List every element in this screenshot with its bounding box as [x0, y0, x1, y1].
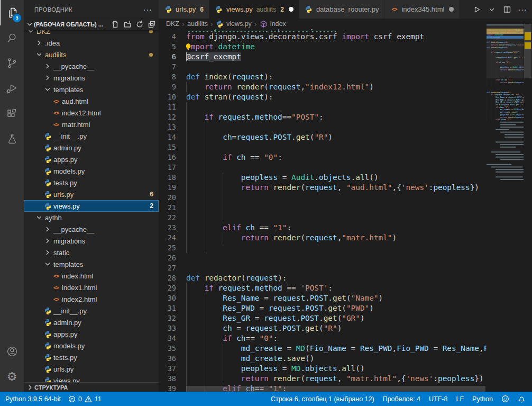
- extensions-icon[interactable]: [0, 102, 24, 127]
- tree-item-audiiits[interactable]: audiiits: [24, 49, 159, 60]
- code-line-21[interactable]: 21: [159, 203, 487, 213]
- code-line-36[interactable]: 36 md_create.save(): [159, 354, 487, 364]
- code-line-20[interactable]: 20: [159, 193, 487, 203]
- run-button-icon[interactable]: [471, 4, 482, 15]
- tree-item-models.py[interactable]: models.py: [24, 165, 159, 177]
- tree-item-index1.html[interactable]: <>index1.html: [24, 282, 159, 293]
- code-line-14[interactable]: 14 ch=request.POST.get("R"): [159, 132, 487, 142]
- tree-item-admin.py[interactable]: admin.py: [24, 317, 159, 328]
- tree-item-index.html[interactable]: <>index.html: [24, 270, 159, 282]
- code-line-31[interactable]: 31 Res_PWD = request.POST.get("PWD"): [159, 303, 487, 313]
- code-line-33[interactable]: 33 ch = request.POST.get("R"): [159, 323, 487, 333]
- tree-item-models.py[interactable]: models.py: [24, 340, 159, 351]
- code-line-6[interactable]: 6@csrf_exempt: [159, 52, 487, 62]
- tree-item-admin.py[interactable]: admin.py: [24, 142, 159, 154]
- tab-index345.html[interactable]: <>index345.html: [384, 0, 460, 19]
- minimap[interactable]: from aythh.models import MD,Auditfrom dj…: [487, 24, 524, 392]
- settings-gear-icon[interactable]: ⚙: [0, 364, 24, 390]
- code-line-11[interactable]: 11: [159, 102, 487, 112]
- code-line-28[interactable]: 28def redactor(request):: [159, 273, 487, 283]
- account-icon[interactable]: [0, 339, 24, 364]
- code-line-34[interactable]: 34 if ch== "0":: [159, 333, 487, 344]
- new-folder-icon[interactable]: [123, 20, 132, 29]
- tree-item-migrations[interactable]: migrations: [24, 72, 159, 84]
- cursor-position-item[interactable]: Строка 6, столбец 1 (выбрано 12): [271, 395, 374, 403]
- tree-item-__pycache__[interactable]: __pycache__: [24, 223, 159, 235]
- python-interpreter-item[interactable]: Python 3.9.5 64-bit: [5, 395, 61, 403]
- search-icon[interactable]: [0, 25, 24, 51]
- indentation-item[interactable]: Пробелов: 4: [383, 395, 420, 403]
- code-line-4[interactable]: 4from django.views.decorators.csrf impor…: [159, 32, 487, 42]
- tree-item-urls.py[interactable]: urls.py: [24, 363, 159, 375]
- tree-item-index2.html[interactable]: <>index2.html: [24, 293, 159, 305]
- breadcrumb-item-DKZ[interactable]: DKZ: [166, 20, 179, 28]
- tree-item-__init__.py[interactable]: __init__.py: [24, 130, 159, 142]
- tab-views.py[interactable]: views.pyaudiiits2: [209, 0, 299, 19]
- workspace-section-header[interactable]: (РАБОЧАЯ ОБЛАСТЬ) ...: [24, 19, 159, 30]
- horizontal-scrollbar[interactable]: [186, 386, 485, 392]
- code-editor[interactable]: 3from aythh.models import MD,Audit4from …: [159, 29, 487, 392]
- tree-item-migrations[interactable]: migrations: [24, 235, 159, 247]
- code-line-24[interactable]: 24 return render(request,"matr.html"): [159, 233, 487, 243]
- tree-item-__pycache__[interactable]: __pycache__: [24, 60, 159, 72]
- code-line-8[interactable]: 8def index(request):: [159, 72, 487, 82]
- code-line-25[interactable]: 25: [159, 243, 487, 253]
- refresh-icon[interactable]: [135, 20, 144, 29]
- code-line-10[interactable]: 10def stran(request):: [159, 92, 487, 102]
- eol-item[interactable]: LF: [456, 395, 464, 403]
- tree-item-templates[interactable]: templates: [24, 84, 159, 95]
- code-line-38[interactable]: 38 return render(request, "matr.html",{'…: [159, 374, 487, 384]
- encoding-item[interactable]: UTF-8: [429, 395, 447, 403]
- tree-item-views.py[interactable]: views.py2: [24, 200, 159, 212]
- explorer-icon[interactable]: 3: [0, 0, 24, 25]
- tree-item-urls.py[interactable]: urls.py6: [24, 188, 159, 200]
- tree-item-tests.py[interactable]: tests.py: [24, 177, 159, 188]
- testing-icon[interactable]: [0, 127, 24, 152]
- run-dropdown-icon[interactable]: [487, 4, 497, 15]
- code-line-12[interactable]: 12 if request.method=="POST":: [159, 112, 487, 122]
- code-line-18[interactable]: 18 peopless = Audit.objects.all(): [159, 173, 487, 183]
- collapse-all-icon[interactable]: [147, 20, 157, 29]
- code-line-30[interactable]: 30 Res_Name = request.POST.get("Name"): [159, 293, 487, 303]
- split-editor-icon[interactable]: [502, 4, 512, 15]
- breadcrumb-item-views.py[interactable]: views.py: [216, 20, 252, 28]
- code-line-7[interactable]: 7: [159, 62, 487, 72]
- tab-urls.py[interactable]: urls.py6: [159, 0, 209, 19]
- new-file-icon[interactable]: [111, 20, 120, 29]
- breadcrumb-item-index[interactable]: index: [260, 20, 286, 28]
- tree-item-views.py[interactable]: views.py: [24, 375, 159, 383]
- tree-item-matr.html[interactable]: <>matr.html: [24, 119, 159, 130]
- source-control-icon[interactable]: [0, 51, 24, 76]
- dirty-indicator[interactable]: [289, 7, 293, 12]
- tree-item-apps.py[interactable]: apps.py: [24, 328, 159, 340]
- outline-section-header[interactable]: СТРУКТУРА: [24, 382, 159, 392]
- notifications-bell-icon[interactable]: [518, 395, 526, 403]
- code-line-35[interactable]: 35 md_create = MD(Fio_Name = Res_PWD,Fio…: [159, 344, 487, 354]
- language-mode-item[interactable]: Python: [472, 395, 493, 403]
- tree-item-aythh[interactable]: aythh: [24, 212, 159, 223]
- code-line-29[interactable]: 29 if request.method == 'POST':: [159, 283, 487, 293]
- code-line-5[interactable]: 5import datetime: [159, 42, 487, 52]
- tree-item-templates[interactable]: templates: [24, 258, 159, 270]
- lightbulb-icon[interactable]: [186, 43, 192, 52]
- code-line-22[interactable]: 22: [159, 213, 487, 223]
- code-line-37[interactable]: 37 peopless = MD.objects.all(): [159, 364, 487, 374]
- vertical-scrollbar[interactable]: [524, 0, 532, 392]
- code-line-27[interactable]: 27: [159, 263, 487, 273]
- code-line-16[interactable]: 16 if ch == "0":: [159, 152, 487, 163]
- code-line-15[interactable]: 15: [159, 142, 487, 152]
- breadcrumb-item-audiiits[interactable]: audiiits: [187, 20, 208, 28]
- tree-item-tests.py[interactable]: tests.py: [24, 351, 159, 363]
- tree-item-apps.py[interactable]: apps.py: [24, 154, 159, 165]
- code-line-17[interactable]: 17: [159, 163, 487, 173]
- tree-item-static[interactable]: static: [24, 247, 159, 258]
- tree-item-DKZ[interactable]: DKZ: [24, 30, 159, 37]
- problems-indicator[interactable]: 0 11: [68, 395, 102, 403]
- tree-item-index12.html[interactable]: <>index12.html: [24, 107, 159, 119]
- code-line-9[interactable]: 9 return render(request,"index12.html"): [159, 82, 487, 92]
- code-line-26[interactable]: 26: [159, 253, 487, 263]
- tab-database_roouter.py[interactable]: database_roouter.py: [299, 0, 385, 19]
- code-line-32[interactable]: 32 Res_GR = request.POST.get("GR"): [159, 313, 487, 323]
- feedback-smiley-icon[interactable]: [501, 395, 509, 403]
- run-debug-icon[interactable]: [0, 76, 24, 102]
